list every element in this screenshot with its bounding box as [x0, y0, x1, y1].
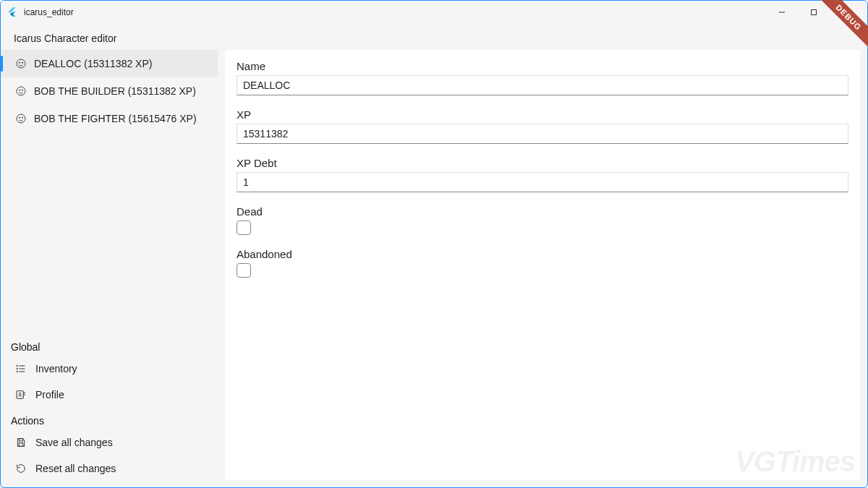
flutter-icon — [7, 7, 18, 18]
titlebar: icarus_editor — [1, 1, 867, 24]
profile-icon — [15, 389, 27, 401]
window-title: icarus_editor — [24, 7, 766, 17]
actions-section-header: Actions — [1, 408, 218, 429]
content-panel: Name XP XP Debt Dead Abandoned — [225, 50, 860, 480]
reset-button[interactable]: Reset all changes — [1, 455, 218, 481]
character-item-dealloc[interactable]: DEALLOC (15311382 XP) — [1, 50, 218, 77]
app-body: DEALLOC (15311382 XP) BOB THE BUILDER (1… — [1, 50, 867, 487]
profile-button[interactable]: Profile — [1, 382, 218, 408]
sidebar: DEALLOC (15311382 XP) BOB THE BUILDER (1… — [1, 50, 218, 487]
svg-point-5 — [19, 62, 20, 63]
save-label: Save all changes — [35, 437, 113, 448]
inventory-label: Inventory — [35, 363, 77, 374]
svg-point-11 — [19, 117, 20, 118]
maximize-button[interactable] — [798, 2, 830, 22]
profile-label: Profile — [35, 389, 64, 401]
svg-point-12 — [22, 117, 22, 118]
page-title: Icarus Character editor — [1, 24, 867, 50]
abandoned-label: Abandoned — [237, 248, 848, 260]
svg-point-4 — [17, 59, 25, 68]
svg-point-20 — [19, 393, 21, 395]
svg-point-7 — [17, 87, 25, 95]
svg-point-8 — [19, 90, 20, 90]
xpdebt-label: XP Debt — [237, 157, 848, 169]
list-icon — [15, 363, 27, 374]
xp-input[interactable] — [237, 124, 848, 144]
svg-point-6 — [22, 62, 22, 63]
character-label: DEALLOC (15311382 XP) — [34, 58, 152, 69]
character-label: BOB THE BUILDER (15311382 XP) — [34, 85, 196, 97]
dead-checkbox[interactable] — [237, 221, 251, 235]
global-section-header: Global — [1, 334, 218, 356]
svg-point-18 — [17, 371, 17, 372]
save-button[interactable]: Save all changes — [1, 429, 218, 455]
svg-point-17 — [17, 368, 17, 369]
character-item-bob-fighter[interactable]: BOB THE FIGHTER (15615476 XP) — [1, 105, 218, 132]
abandoned-checkbox[interactable] — [237, 263, 251, 278]
xp-label: XP — [237, 108, 848, 121]
character-item-bob-builder[interactable]: BOB THE BUILDER (15311382 XP) — [1, 77, 218, 105]
reset-label: Reset all changes — [35, 463, 116, 474]
face-icon — [15, 113, 27, 124]
svg-point-10 — [17, 114, 25, 123]
dead-label: Dead — [237, 205, 848, 218]
face-icon — [15, 85, 27, 97]
svg-point-9 — [22, 90, 22, 90]
name-input[interactable] — [237, 75, 848, 95]
svg-rect-21 — [19, 439, 22, 441]
save-icon — [15, 437, 27, 448]
svg-rect-1 — [812, 10, 817, 15]
app-window: icarus_editor Icarus Character editor DE… — [0, 0, 868, 488]
reset-icon — [15, 463, 27, 474]
character-list: DEALLOC (15311382 XP) BOB THE BUILDER (1… — [1, 50, 218, 334]
character-label: BOB THE FIGHTER (15615476 XP) — [34, 113, 197, 124]
name-label: Name — [237, 60, 848, 72]
minimize-button[interactable] — [766, 2, 798, 22]
xpdebt-input[interactable] — [237, 172, 848, 192]
svg-rect-22 — [19, 443, 22, 447]
inventory-button[interactable]: Inventory — [1, 356, 218, 382]
svg-point-16 — [17, 365, 17, 366]
face-icon — [15, 58, 27, 69]
